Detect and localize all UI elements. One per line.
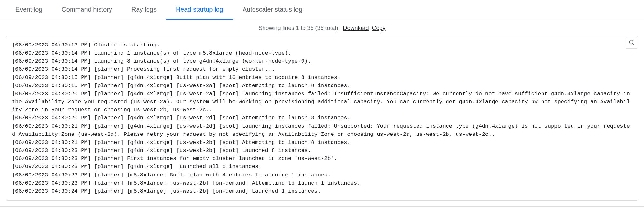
- download-link[interactable]: Download: [343, 25, 369, 32]
- tab-head-startup-log[interactable]: Head startup log: [166, 0, 233, 20]
- tab-ray-logs[interactable]: Ray logs: [122, 0, 166, 20]
- svg-line-1: [633, 44, 634, 45]
- search-icon: [628, 39, 635, 47]
- svg-point-0: [629, 40, 633, 44]
- tab-autoscaler-status-log[interactable]: Autoscaler status log: [233, 0, 312, 20]
- log-wrapper: [06/09/2023 04:30:13 PM] Cluster is star…: [6, 36, 638, 201]
- tab-command-history[interactable]: Command history: [52, 0, 122, 20]
- copy-link[interactable]: Copy: [372, 25, 386, 32]
- log-text: [06/09/2023 04:30:13 PM] Cluster is star…: [12, 41, 632, 195]
- tabs-bar: Event log Command history Ray logs Head …: [0, 0, 644, 20]
- showing-lines-text: Showing lines 1 to 35 (35 total).: [258, 25, 340, 32]
- meta-bar: Showing lines 1 to 35 (35 total). Downlo…: [0, 20, 644, 36]
- log-box: [06/09/2023 04:30:13 PM] Cluster is star…: [6, 36, 638, 201]
- search-button[interactable]: [626, 37, 637, 49]
- page-wrapper: Event log Command history Ray logs Head …: [0, 0, 644, 207]
- tab-event-log[interactable]: Event log: [6, 0, 52, 20]
